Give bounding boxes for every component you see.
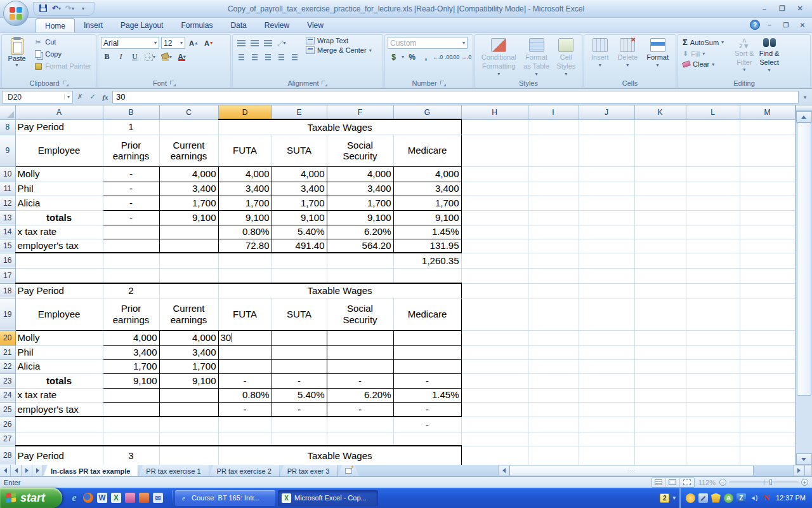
cell-L13[interactable] (686, 210, 740, 225)
cell-L19[interactable] (686, 298, 740, 330)
cell-B16[interactable] (103, 253, 159, 268)
cell-A13[interactable]: totals (15, 210, 103, 225)
shield-tray-icon[interactable] (711, 493, 721, 503)
format-cells-button[interactable]: Format▾ (644, 37, 671, 78)
powerpoint-icon[interactable] (138, 492, 150, 504)
split-box[interactable] (796, 105, 812, 111)
cell-I8[interactable] (528, 119, 579, 135)
cell-L9[interactable] (686, 135, 740, 166)
cell-G13[interactable]: 9,100 (393, 210, 461, 225)
smiley-tray-icon[interactable] (686, 493, 695, 503)
cell-L28[interactable] (686, 446, 740, 465)
cell-A9[interactable]: Employee (15, 135, 103, 166)
row-header-23[interactable]: 23 (0, 373, 15, 388)
cell-G21[interactable] (393, 345, 461, 359)
close-button[interactable]: ✕ (792, 3, 808, 14)
vertical-scroll-thumb[interactable] (797, 123, 812, 396)
cell-G25[interactable]: - (393, 402, 461, 417)
cell-I18[interactable] (528, 283, 579, 298)
cell-styles-button[interactable]: Cell Styles▾ (554, 37, 578, 79)
cell-H28[interactable] (461, 446, 528, 465)
font-color-button[interactable]: A▾ (176, 51, 188, 63)
cell-K20[interactable] (634, 330, 686, 345)
column-header-M[interactable]: M (740, 105, 795, 119)
cell-A10[interactable]: Molly (15, 166, 103, 182)
cell-F9[interactable]: Social Security (327, 135, 393, 166)
cell-L18[interactable] (686, 283, 740, 298)
row-header-8[interactable]: 8 (0, 119, 15, 135)
increase-decimal-button[interactable]: ←.0 .00 (434, 51, 451, 63)
firefox-icon[interactable] (82, 492, 94, 504)
cell-C27[interactable] (159, 432, 218, 446)
clear-button[interactable]: Clear▾ (681, 60, 726, 69)
excel-icon[interactable]: X (110, 492, 122, 504)
cell-K21[interactable] (634, 345, 686, 359)
bold-button[interactable]: B (101, 51, 113, 63)
italic-button[interactable]: I (115, 51, 127, 63)
cell-M8[interactable] (740, 119, 795, 135)
cell-A14[interactable]: x tax rate (15, 225, 103, 239)
cell-H13[interactable] (461, 210, 528, 225)
ribbon-tab-page-layout[interactable]: Page Layout (112, 18, 172, 32)
cell-L27[interactable] (686, 432, 740, 446)
antivirus-tray-icon[interactable]: A (724, 493, 733, 503)
cell-H22[interactable] (461, 359, 528, 373)
cell-A23[interactable]: totals (15, 373, 103, 388)
cell-L12[interactable] (686, 196, 740, 210)
cell-M15[interactable] (740, 239, 795, 253)
taskbar-window-internet-explorer[interactable]: eCourse: BT 165: Intr... (175, 490, 275, 506)
cell-I17[interactable] (528, 268, 579, 283)
clipboard-dialog-launcher[interactable] (62, 80, 69, 86)
cell-J13[interactable] (579, 210, 634, 225)
cell-A18[interactable]: Pay Period (15, 283, 103, 298)
cell-L8[interactable] (686, 119, 740, 135)
merge-center-button[interactable]: Merge & Center▾ (306, 46, 380, 54)
cell-L16[interactable] (686, 253, 740, 268)
cell-H20[interactable] (461, 330, 528, 345)
cell-G9[interactable]: Medicare (393, 135, 461, 166)
cell-C23[interactable]: 9,100 (159, 373, 218, 388)
cell-C17[interactable] (159, 268, 218, 283)
scroll-down-button[interactable] (796, 453, 812, 465)
cell-M20[interactable] (740, 330, 795, 345)
font-name-select[interactable]: Arial▾ (101, 37, 159, 49)
cell-I27[interactable] (528, 432, 579, 446)
zoom-in-icon[interactable]: + (801, 479, 808, 486)
wrap-text-button[interactable]: Wrap Text (306, 37, 380, 44)
cell-L15[interactable] (686, 239, 740, 253)
cell-C11[interactable]: 3,400 (159, 182, 218, 196)
cell-J27[interactable] (579, 432, 634, 446)
insert-cells-button[interactable]: Insert▾ (589, 37, 612, 78)
cell-D21[interactable] (218, 345, 272, 359)
cell-M11[interactable] (740, 182, 795, 196)
paste-dropdown-icon[interactable]: ▾ (16, 62, 18, 68)
cell-B19[interactable]: Prior earnings (103, 298, 159, 330)
cell-J15[interactable] (579, 239, 634, 253)
cell-I28[interactable] (528, 446, 579, 465)
cell-A20[interactable]: Molly (15, 330, 103, 345)
sheet-tab-in-class-pr-tax-example[interactable]: In-class PR tax example (43, 465, 138, 476)
cell-E11[interactable]: 3,400 (272, 182, 327, 196)
cell-K18[interactable] (634, 283, 686, 298)
cell-E26[interactable] (272, 417, 327, 432)
cell-H24[interactable] (461, 388, 528, 402)
cell-A11[interactable]: Phil (15, 182, 103, 196)
cell-J18[interactable] (579, 283, 634, 298)
vertical-scroll-track[interactable] (796, 396, 812, 453)
cell-J11[interactable] (579, 182, 634, 196)
cell-E25[interactable]: - (272, 402, 327, 417)
borders-button[interactable]: ▾ (143, 51, 157, 63)
cell-C19[interactable]: Current earnings (159, 298, 218, 330)
find-select-button[interactable]: Find & Select▾ (757, 37, 782, 78)
cell-B11[interactable]: - (103, 182, 159, 196)
cell-K12[interactable] (634, 196, 686, 210)
cut-button[interactable]: ✂Cut (32, 37, 93, 47)
cell-D14[interactable]: 0.80% (218, 225, 272, 239)
cell-L26[interactable] (686, 417, 740, 432)
scroll-left-button[interactable] (498, 465, 509, 476)
cell-M16[interactable] (740, 253, 795, 268)
page-layout-view-button[interactable] (666, 478, 680, 487)
cell-B14[interactable] (103, 225, 159, 239)
cell-A21[interactable]: Phil (15, 345, 103, 359)
increase-indent-button[interactable] (289, 51, 301, 63)
